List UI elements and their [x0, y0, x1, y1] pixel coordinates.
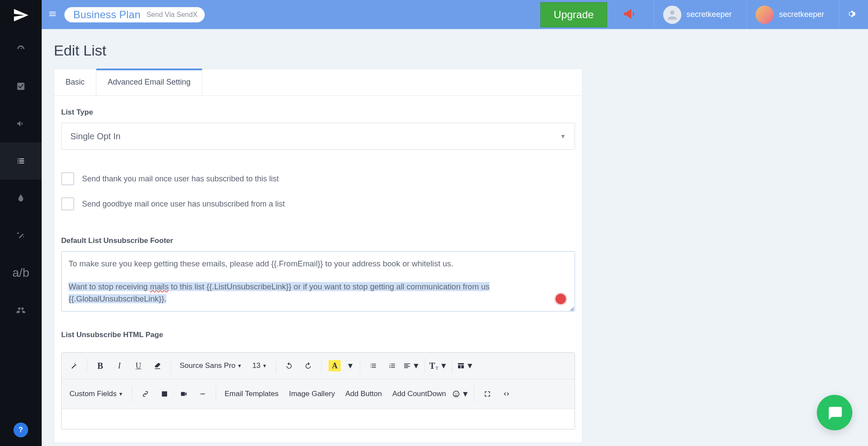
- nav-ab-testing[interactable]: a/b: [0, 254, 42, 292]
- page-title: Edit List: [54, 42, 856, 59]
- chevron-down-icon: ▼: [440, 361, 447, 371]
- image-icon: [161, 390, 168, 398]
- checkbox-icon: [16, 82, 26, 91]
- send-via-label: Send Via SendX: [147, 11, 197, 19]
- editor-toolbar-row2: Custom Fields▼ Email Templates Image Gal…: [62, 379, 575, 409]
- chevron-down-icon: ▼: [237, 363, 242, 368]
- editor-toolbar-row1: B I U Source Sans Pro▼ 13▼: [62, 353, 575, 379]
- font-size-select[interactable]: 13▼: [248, 357, 271, 374]
- user-menu-2[interactable]: secretkeeper: [746, 0, 833, 29]
- nav-automation[interactable]: [0, 217, 42, 254]
- video-button[interactable]: [175, 385, 192, 403]
- italic-button[interactable]: I: [111, 357, 128, 374]
- code-view-button[interactable]: [498, 385, 515, 403]
- redo-button[interactable]: [299, 357, 317, 374]
- add-countdown-button[interactable]: Add CountDown: [388, 385, 450, 403]
- ul-icon: [369, 362, 377, 370]
- user-menu-1[interactable]: secretkeeper: [654, 0, 740, 29]
- chat-icon: [826, 404, 843, 421]
- settings-button[interactable]: [839, 0, 863, 29]
- nav-campaigns[interactable]: [0, 105, 42, 142]
- plan-pill[interactable]: Business Plan Send Via SendX: [64, 7, 205, 23]
- avatar: [756, 6, 774, 24]
- nav-lists[interactable]: [0, 142, 42, 180]
- goodbye-checkbox[interactable]: [61, 197, 74, 210]
- footer-label: Default List Unsubscribe Footer: [61, 236, 575, 245]
- ab-label: a/b: [13, 266, 30, 280]
- rich-editor: B I U Source Sans Pro▼ 13▼: [61, 352, 575, 430]
- bold-button[interactable]: B: [92, 357, 109, 374]
- announcement-icon: [622, 5, 639, 24]
- nav-tasks[interactable]: [0, 68, 42, 105]
- image-gallery-button[interactable]: Image Gallery: [285, 385, 339, 403]
- font-color-button[interactable]: A: [326, 357, 343, 374]
- form-panel: Basic Advanced Email Setting List Type S…: [54, 69, 582, 443]
- help-button[interactable]: ?: [13, 414, 28, 446]
- video-icon: [180, 390, 187, 398]
- ol-icon: [388, 362, 396, 370]
- svg-point-3: [457, 393, 458, 394]
- paper-plane-icon: [13, 7, 29, 23]
- align-button[interactable]: ▼: [403, 357, 420, 374]
- table-button[interactable]: ▼: [457, 357, 474, 374]
- user2-name: secretkeeper: [779, 10, 824, 19]
- minus-icon: [199, 390, 207, 398]
- help-icon: ?: [13, 423, 28, 437]
- app-logo[interactable]: [0, 0, 42, 30]
- eraser-icon: [154, 362, 161, 370]
- announcements[interactable]: [613, 0, 648, 29]
- plan-label: Business Plan: [73, 9, 141, 21]
- topbar: Business Plan Send Via SendX Upgrade sec…: [42, 0, 868, 29]
- unordered-list-button[interactable]: [365, 357, 382, 374]
- resize-handle-icon[interactable]: ◢: [569, 305, 573, 312]
- chevron-down-icon: ▼: [560, 133, 566, 140]
- add-button-button[interactable]: Add Button: [341, 385, 386, 403]
- emoji-button[interactable]: ▼: [452, 385, 470, 403]
- magic-wand-button[interactable]: [65, 357, 82, 374]
- hr-button[interactable]: [194, 385, 211, 403]
- chevron-down-icon: ▼: [118, 391, 123, 397]
- list-type-value: Single Opt In: [70, 131, 121, 141]
- upgrade-button[interactable]: Upgrade: [540, 2, 607, 27]
- smile-icon: [452, 390, 460, 398]
- text-style-button[interactable]: TT▼: [429, 357, 447, 374]
- left-sidebar: a/b ?: [0, 0, 42, 446]
- wand-icon: [16, 231, 26, 240]
- list-icon: [16, 156, 26, 166]
- goodbye-label: Send goodbye mail once user has unsubscr…: [82, 200, 285, 209]
- email-templates-button[interactable]: Email Templates: [220, 385, 283, 403]
- nav-drip[interactable]: [0, 180, 42, 217]
- image-button[interactable]: [156, 385, 173, 403]
- table-icon: [457, 362, 465, 370]
- nav-dashboard[interactable]: [0, 30, 42, 68]
- undo-button[interactable]: [280, 357, 298, 374]
- thank-you-checkbox[interactable]: [61, 172, 74, 185]
- upgrade-label: Upgrade: [554, 9, 594, 21]
- hamburger-icon: [48, 10, 57, 18]
- chevron-down-icon: ▼: [262, 363, 267, 368]
- fullscreen-button[interactable]: [479, 385, 496, 403]
- footer-line1: To make sure you keep getting these emai…: [69, 258, 568, 270]
- dashboard-icon: [16, 44, 26, 54]
- ordered-list-button[interactable]: [384, 357, 401, 374]
- gear-icon: [846, 9, 856, 20]
- svg-point-0: [670, 10, 674, 15]
- footer-textarea[interactable]: To make sure you keep getting these emai…: [61, 251, 575, 312]
- list-type-select[interactable]: Single Opt In ▼: [61, 123, 575, 150]
- underline-button[interactable]: U: [130, 357, 147, 374]
- nav-contacts[interactable]: [0, 292, 42, 329]
- chat-fab[interactable]: [817, 395, 852, 430]
- redo-icon: [304, 362, 312, 370]
- custom-fields-button[interactable]: Custom Fields▼: [65, 385, 128, 403]
- grammarly-indicator[interactable]: [554, 292, 567, 305]
- editor-body[interactable]: [62, 409, 575, 429]
- font-family-select[interactable]: Source Sans Pro▼: [175, 357, 246, 374]
- tab-advanced-email[interactable]: Advanced Email Setting: [96, 69, 202, 95]
- tab-basic[interactable]: Basic: [54, 69, 96, 95]
- expand-icon: [483, 390, 491, 398]
- thank-you-label: Send thank you mail once user has subscr…: [82, 174, 279, 184]
- menu-toggle[interactable]: [47, 10, 58, 20]
- font-color-dropdown[interactable]: ▼: [345, 357, 355, 374]
- eraser-button[interactable]: [149, 357, 166, 374]
- link-button[interactable]: [137, 385, 154, 403]
